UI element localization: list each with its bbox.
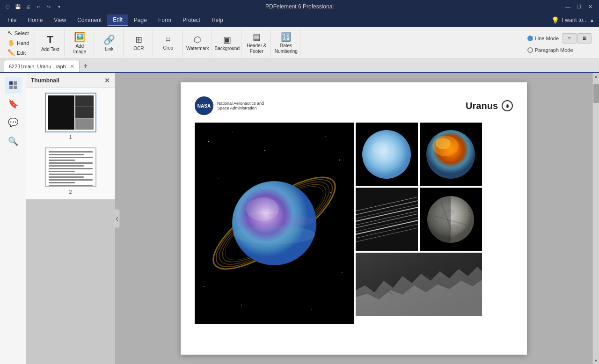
crop-button[interactable]: ⌗ Crop <box>156 30 180 56</box>
image-grid <box>195 123 513 324</box>
document-area[interactable]: NASA National Aeronautics and Space Admi… <box>115 73 592 364</box>
tab-add-button[interactable]: + <box>80 60 92 72</box>
page-title: Uranus ⊕ <box>466 100 513 111</box>
maximize-button[interactable]: ☐ <box>574 1 584 12</box>
search-label[interactable]: I want to... <box>562 17 588 23</box>
main-uranus-image <box>195 123 354 324</box>
add-text-button[interactable]: T Add Text <box>38 30 62 56</box>
svg-rect-54 <box>356 253 482 316</box>
scrollbar-track <box>593 80 599 357</box>
sidebar-search-icon[interactable]: 🔍 <box>5 133 22 150</box>
thumbnail-header: Thumbnail ✕ <box>26 73 115 88</box>
watermark-button[interactable]: ⬡ Watermark <box>185 30 210 56</box>
dropdown-icon[interactable]: ▾ <box>55 3 63 10</box>
add-text-label: Add Text <box>41 47 59 52</box>
select-tool-btn[interactable]: ↖ Select <box>6 29 31 37</box>
scrollbar-right[interactable]: ▲ ▼ <box>592 73 599 364</box>
line-mode-row: Line Mode ≡ ⊞ <box>527 33 592 44</box>
redo-icon[interactable]: ↪ <box>45 3 52 10</box>
crop-group: ⌗ Crop <box>154 29 183 57</box>
thumbnail-page-2-num: 2 <box>69 189 72 195</box>
edit-label: Edit <box>17 50 26 56</box>
svg-point-32 <box>436 138 451 149</box>
background-button[interactable]: ▣ Background <box>215 30 239 56</box>
menu-view[interactable]: View <box>48 15 72 25</box>
bates-button[interactable]: 🔢 Bates Numbering <box>274 30 298 56</box>
scrollbar-down-arrow[interactable]: ▼ <box>593 357 599 364</box>
tab-label: 62231main_Uranu...raph <box>9 64 66 69</box>
line-mode-btn2[interactable]: ⊞ <box>577 33 592 44</box>
thumbnail-panel-wrapper: Thumbnail ✕ <box>26 73 115 364</box>
add-image-button[interactable]: 🖼️ Add Image <box>67 30 92 56</box>
menu-comment[interactable]: Comment <box>72 15 107 25</box>
thumbnail-page-1[interactable]: 1 <box>45 93 96 140</box>
watermark-icon: ⬡ <box>194 35 201 45</box>
collapse-icon[interactable]: ▴ <box>591 17 593 23</box>
add-image-group: 🖼️ Add Image <box>66 29 94 57</box>
ocr-button[interactable]: ⊞ OCR <box>126 30 151 56</box>
panel-collapse-handle[interactable]: ❮ <box>115 209 120 228</box>
background-group: ▣ Background <box>213 29 241 57</box>
edit-tool-btn[interactable]: ✏️ Edit <box>6 48 31 57</box>
bates-label: Bates Numbering <box>275 43 298 54</box>
svg-point-10 <box>218 178 218 179</box>
watermark-group: ⬡ Watermark <box>183 29 212 57</box>
sidebar-bookmark-icon[interactable]: 🔖 <box>5 95 22 112</box>
thumbnail-page-1-num: 1 <box>69 134 72 140</box>
thumbnail-list: 1 <box>26 88 115 199</box>
ocr-label: OCR <box>133 46 144 51</box>
thumbnail-img-2 <box>45 147 96 187</box>
svg-point-15 <box>311 309 312 310</box>
top-row-images <box>356 123 482 186</box>
menu-protect[interactable]: Protect <box>177 15 206 25</box>
tab-close-icon[interactable]: ✕ <box>70 63 74 70</box>
title-bar: ⬡ 💾 🖨 ↩ ↪ ▾ PDFelement 6 Professional — … <box>0 0 599 13</box>
menu-form[interactable]: Form <box>153 15 177 25</box>
minimize-button[interactable]: — <box>562 1 573 12</box>
svg-point-9 <box>339 160 340 160</box>
undo-icon[interactable]: ↩ <box>35 3 42 10</box>
nasa-logo: NASA National Aeronautics and Space Admi… <box>195 96 264 115</box>
menu-home[interactable]: Home <box>22 15 48 25</box>
hand-icon: ✋ <box>7 39 15 46</box>
line-mode-option[interactable]: Line Mode <box>527 36 559 41</box>
nasa-subtitle: National Aeronautics and Space Administr… <box>217 101 264 110</box>
sidebar-comment-icon[interactable]: 💬 <box>5 114 22 131</box>
app-logo-icon[interactable]: ⬡ <box>4 3 11 10</box>
mode-options: Line Mode ≡ ⊞ Paragraph Mode <box>522 29 597 57</box>
nasa-text: NASA <box>197 103 211 109</box>
uranus-blue-image <box>356 123 418 186</box>
search-area: 💡 I want to... ▴ <box>551 16 597 24</box>
menu-edit[interactable]: Edit <box>107 15 128 26</box>
nasa-line2: Space Administration <box>217 106 264 110</box>
thumbnail-close-button[interactable]: ✕ <box>104 77 110 84</box>
main-layout: 🔖 💬 🔍 Thumbnail ✕ <box>0 73 599 364</box>
thumbnail-title: Thumbnail <box>31 77 59 84</box>
add-text-group: T Add Text <box>36 29 65 57</box>
nasa-line1: National Aeronautics and <box>217 101 264 106</box>
link-button[interactable]: 🔗 Link <box>97 30 121 56</box>
thumbnail-page-2[interactable]: 2 <box>45 147 96 195</box>
link-label: Link <box>105 46 113 52</box>
hand-tool-btn[interactable]: ✋ Hand <box>6 38 31 47</box>
header-footer-group: ▤ Header & Footer <box>242 29 271 57</box>
sidebar-thumbnail-icon[interactable] <box>5 77 22 94</box>
save-icon[interactable]: 💾 <box>14 3 22 10</box>
header-footer-button[interactable]: ▤ Header & Footer <box>244 30 269 56</box>
svg-point-5 <box>208 141 209 142</box>
menu-file[interactable]: File <box>2 15 22 25</box>
scrollbar-up-arrow[interactable]: ▲ <box>593 73 599 80</box>
ocr-icon: ⊞ <box>135 35 142 45</box>
paragraph-mode-option[interactable]: Paragraph Mode <box>527 47 592 53</box>
menu-help[interactable]: Help <box>206 15 229 25</box>
ocr-group: ⊞ OCR <box>124 29 153 57</box>
toolbar: ↖ Select ✋ Hand ✏️ Edit T Add Text 🖼️ Ad… <box>0 27 599 59</box>
right-images-column <box>356 123 482 324</box>
line-mode-btn1[interactable]: ≡ <box>562 33 577 44</box>
print-icon[interactable]: 🖨 <box>24 3 32 10</box>
scrollbar-thumb[interactable] <box>593 84 599 103</box>
menu-page[interactable]: Page <box>128 15 153 25</box>
tab-document[interactable]: 62231main_Uranu...raph ✕ <box>4 60 80 72</box>
title-bar-quick-access: ⬡ 💾 🖨 ↩ ↪ ▾ <box>4 3 63 10</box>
close-button[interactable]: ✕ <box>585 1 595 12</box>
